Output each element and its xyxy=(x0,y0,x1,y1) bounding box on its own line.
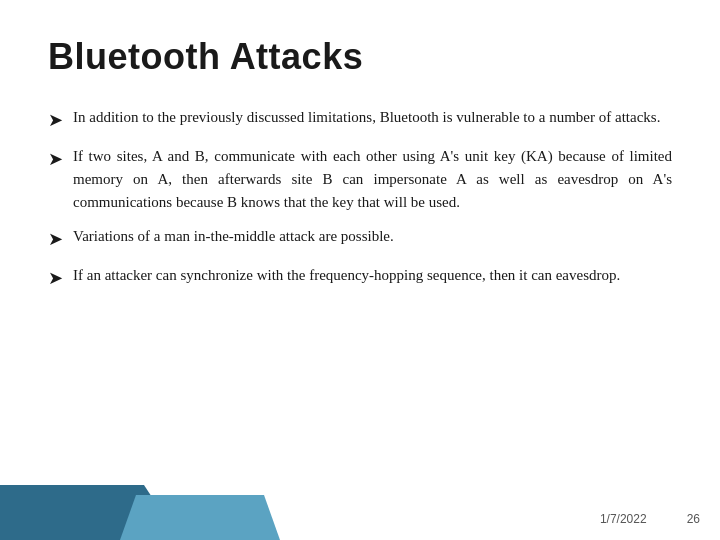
bottom-decoration xyxy=(0,480,720,540)
slide: Bluetooth Attacks ➤ In addition to the p… xyxy=(0,0,720,540)
slide-footer: 1/7/2022 26 xyxy=(600,512,700,526)
bullet-symbol-1: ➤ xyxy=(48,107,63,135)
slide-title: Bluetooth Attacks xyxy=(48,36,672,78)
bullet-text-4: If an attacker can synchronize with the … xyxy=(73,264,672,287)
bullet-text-2: If two sites, A and B, communicate with … xyxy=(73,145,672,215)
deco-light-shape xyxy=(120,495,280,540)
bullet-item-1: ➤ In addition to the previously discusse… xyxy=(48,106,672,135)
bullet-symbol-4: ➤ xyxy=(48,265,63,293)
bullet-symbol-3: ➤ xyxy=(48,226,63,254)
bullet-text-3: Variations of a man in-the-middle attack… xyxy=(73,225,672,248)
footer-date: 1/7/2022 xyxy=(600,512,647,526)
bullet-text-1: In addition to the previously discussed … xyxy=(73,106,672,129)
slide-content: ➤ In addition to the previously discusse… xyxy=(48,106,672,292)
bullet-item-4: ➤ If an attacker can synchronize with th… xyxy=(48,264,672,293)
bullet-symbol-2: ➤ xyxy=(48,146,63,174)
bullet-item-3: ➤ Variations of a man in-the-middle atta… xyxy=(48,225,672,254)
bullet-item-2: ➤ If two sites, A and B, communicate wit… xyxy=(48,145,672,215)
footer-page: 26 xyxy=(687,512,700,526)
